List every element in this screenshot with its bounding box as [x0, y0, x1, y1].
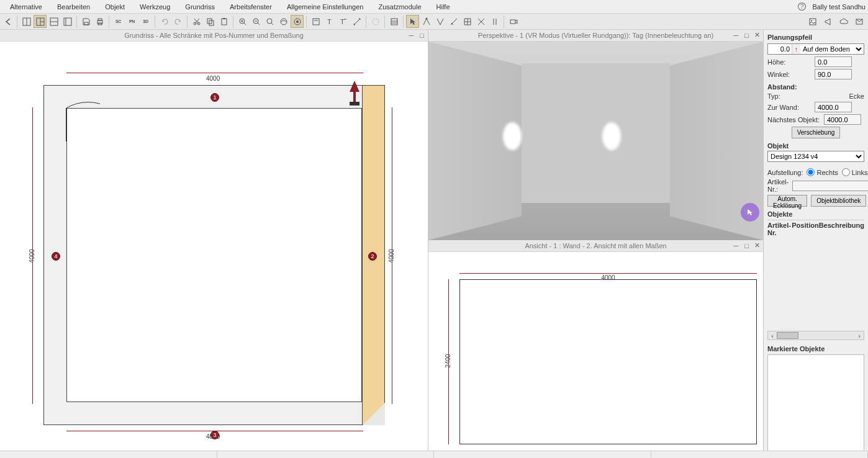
print-button[interactable]: [93, 15, 106, 28]
snap-1-button[interactable]: [420, 15, 433, 28]
menu-bearbeiten[interactable]: Bearbeiten: [50, 0, 97, 14]
objbib-button[interactable]: Objektbibliothek: [811, 195, 866, 207]
circle-tool-button[interactable]: [369, 15, 382, 28]
grid-button[interactable]: [461, 15, 474, 28]
panel-title: Planungspfeil: [767, 34, 864, 41]
redo-button[interactable]: [171, 15, 184, 28]
text-button[interactable]: T: [323, 15, 336, 28]
rechts-radio[interactable]: Rechts: [807, 168, 838, 176]
mail-icon[interactable]: [852, 15, 866, 28]
minimize-icon[interactable]: ─: [407, 30, 416, 40]
scroll-right-icon[interactable]: ›: [855, 332, 864, 339]
wall-badge-3[interactable]: 3: [210, 431, 219, 439]
list-button[interactable]: [387, 15, 400, 28]
help-icon[interactable]: ?: [796, 1, 807, 12]
svg-rect-20: [223, 18, 225, 19]
camera-button[interactable]: [507, 15, 520, 28]
snap-4-button[interactable]: [474, 15, 487, 28]
layout-2-button[interactable]: [34, 15, 47, 28]
wall-badge-4[interactable]: 4: [52, 252, 60, 261]
zoom-in-button[interactable]: [236, 15, 249, 28]
menu-objekt[interactable]: Objekt: [97, 0, 132, 14]
svg-point-42: [425, 17, 427, 19]
col-beschreibung[interactable]: Beschreibung: [819, 222, 864, 236]
copy-button[interactable]: [204, 15, 217, 28]
zoom-out-button[interactable]: [250, 15, 263, 28]
menu-hilfe[interactable]: Hilfe: [429, 0, 458, 14]
artikelnr-label: Artikel-Nr.:: [767, 178, 789, 193]
reference-mode-select[interactable]: Auf dem Boden: [800, 44, 864, 54]
reference-value[interactable]: [768, 44, 792, 54]
naechstes-input[interactable]: [824, 114, 861, 125]
save-button[interactable]: [79, 15, 93, 28]
svg-rect-13: [98, 19, 102, 20]
wall-badge-2[interactable]: 2: [368, 252, 377, 261]
perspective-viewport[interactable]: [428, 42, 763, 240]
scroll-thumb[interactable]: [777, 332, 798, 339]
render-2-button[interactable]: [291, 15, 304, 28]
measure-button[interactable]: [350, 15, 363, 28]
layout-4-button[interactable]: [61, 15, 74, 28]
objekt-select[interactable]: Design 1234 v4: [767, 151, 864, 162]
pn-button[interactable]: PN: [125, 15, 138, 28]
undo-button[interactable]: [158, 15, 171, 28]
sc-button[interactable]: SC: [112, 15, 125, 28]
autoeck-button[interactable]: Autom. Ecklösung: [767, 195, 807, 207]
snap-3-button[interactable]: [447, 15, 460, 28]
door-icon[interactable]: [44, 86, 94, 135]
abstand-heading: Abstand:: [767, 83, 864, 91]
menu-einstellungen[interactable]: Allgemeine Einstellungen: [279, 0, 371, 14]
col-position[interactable]: Position: [792, 222, 818, 236]
image-icon[interactable]: [806, 15, 819, 28]
links-radio[interactable]: Links: [842, 168, 868, 176]
menu-werkzeug[interactable]: Werkzeug: [132, 0, 178, 14]
markierte-list[interactable]: [767, 354, 864, 451]
artikelnr-input[interactable]: [792, 181, 868, 191]
elevation-wall[interactable]: [459, 279, 757, 444]
text2-button[interactable]: T: [337, 15, 350, 28]
svg-line-26: [258, 23, 260, 25]
menu-alternative[interactable]: Alternative: [2, 0, 50, 14]
back-button[interactable]: [1, 15, 14, 28]
user-name[interactable]: Bally test Sandhu: [812, 3, 866, 11]
menu-zusatzmodule[interactable]: Zusatzmodule: [371, 0, 428, 14]
markierte-heading: Markierte Objekte: [767, 345, 864, 352]
maximize-icon[interactable]: □: [742, 30, 751, 40]
maximize-icon[interactable]: □: [417, 30, 427, 40]
winkel-input[interactable]: [815, 69, 852, 79]
cut-button[interactable]: [190, 15, 203, 28]
minimize-icon[interactable]: ─: [731, 241, 741, 250]
note-button[interactable]: [309, 15, 322, 28]
hoehe-input[interactable]: [815, 56, 852, 67]
floorplan-viewport[interactable]: 4000 4000 4000 4000 1 2: [0, 42, 428, 451]
reference-combo[interactable]: ↑ Auf dem Boden: [767, 43, 864, 55]
select-tool-button[interactable]: [406, 15, 419, 28]
layout-3-button[interactable]: [47, 15, 60, 28]
render-1-button[interactable]: [277, 15, 290, 28]
snap-5-button[interactable]: [488, 15, 501, 28]
minimize-icon[interactable]: ─: [731, 30, 741, 40]
zurwand-input[interactable]: [815, 102, 852, 112]
elevation-viewport[interactable]: 4000 2400: [428, 252, 763, 451]
layout-1-button[interactable]: [20, 15, 33, 28]
svg-point-38: [373, 19, 379, 25]
zoom-fit-button[interactable]: [263, 15, 276, 28]
wall-badge-1[interactable]: 1: [210, 93, 219, 102]
hoehe-label: Höhe:: [767, 58, 811, 66]
cloud-icon[interactable]: [837, 15, 850, 28]
horizontal-scrollbar[interactable]: ‹ ›: [767, 331, 864, 340]
menu-grundriss[interactable]: Grundriss: [178, 0, 222, 14]
snap-2-button[interactable]: [433, 15, 446, 28]
verschiebung-button[interactable]: Verschiebung: [792, 127, 841, 138]
menu-arbeitsfenster[interactable]: Arbeitsfenster: [222, 0, 279, 14]
3d-button[interactable]: 3D: [139, 15, 152, 28]
close-icon[interactable]: ✕: [753, 30, 762, 40]
planning-arrow-icon[interactable]: [348, 81, 361, 107]
scroll-left-icon[interactable]: ‹: [768, 332, 777, 339]
megaphone-icon[interactable]: [821, 15, 834, 28]
maximize-icon[interactable]: □: [742, 241, 751, 250]
floorplan-room[interactable]: 1 2 3 4: [43, 85, 385, 425]
close-icon[interactable]: ✕: [753, 241, 762, 250]
col-artikelnr[interactable]: Artikel-Nr.: [767, 222, 792, 236]
paste-button[interactable]: [217, 15, 230, 28]
